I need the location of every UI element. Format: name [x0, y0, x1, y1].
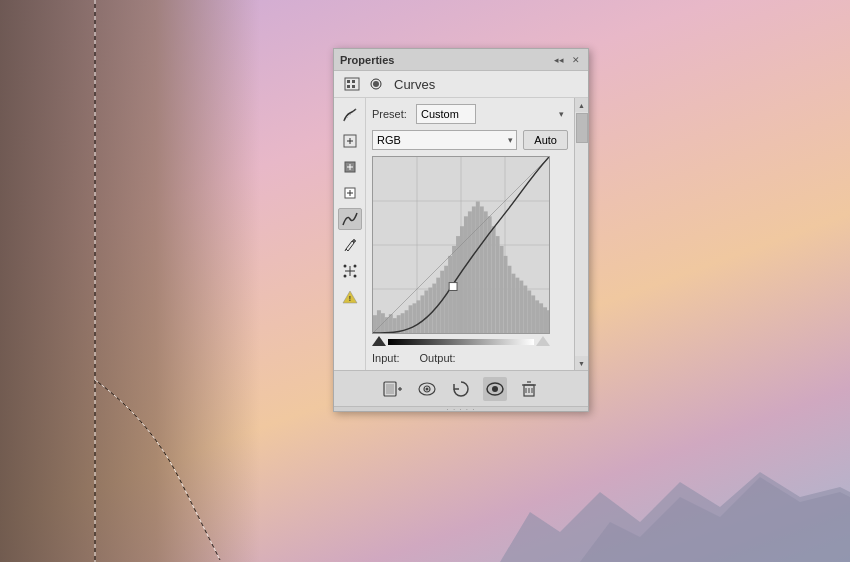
svg-rect-50	[464, 216, 468, 333]
delete-button[interactable]	[517, 377, 541, 401]
preset-row: Preset: Custom	[372, 104, 568, 124]
svg-point-86	[426, 387, 429, 390]
svg-rect-65	[523, 286, 527, 333]
svg-rect-51	[468, 211, 472, 333]
curves-graph[interactable]	[372, 156, 550, 334]
gradient-slider-bar[interactable]	[388, 339, 534, 345]
svg-rect-63	[515, 278, 519, 333]
svg-rect-3	[347, 80, 350, 83]
preset-dropdown-wrapper: Custom	[416, 104, 568, 124]
svg-rect-41	[428, 288, 432, 333]
svg-rect-39	[420, 295, 424, 333]
output-label: Output:	[420, 352, 456, 364]
svg-rect-6	[352, 85, 355, 88]
svg-point-25	[353, 275, 356, 278]
svg-point-23	[353, 265, 356, 268]
svg-rect-81	[386, 384, 394, 394]
close-button[interactable]: ✕	[570, 55, 582, 65]
curves-label: Curves	[394, 77, 435, 92]
svg-rect-79	[449, 283, 457, 291]
svg-rect-68	[535, 300, 539, 333]
preset-select[interactable]: Custom	[416, 104, 476, 124]
panel-section-tabs: Curves	[334, 71, 588, 98]
svg-rect-70	[543, 307, 547, 333]
svg-rect-5	[352, 80, 355, 83]
panel-resize-handle[interactable]: · · · · ·	[334, 406, 588, 411]
svg-rect-71	[547, 310, 549, 333]
svg-rect-66	[527, 290, 531, 333]
history-button[interactable]	[449, 377, 473, 401]
curves-graph-container	[372, 156, 568, 346]
svg-rect-40	[424, 290, 428, 333]
add-mask-button[interactable]	[381, 377, 405, 401]
svg-rect-27	[373, 315, 377, 333]
svg-rect-4	[347, 85, 350, 88]
preset-label: Preset:	[372, 108, 410, 120]
svg-rect-52	[472, 206, 476, 333]
svg-point-8	[373, 81, 379, 87]
svg-rect-60	[504, 256, 508, 333]
svg-rect-45	[444, 266, 448, 333]
curves-content-area: Preset: Custom RGB Auto	[366, 98, 574, 370]
panel-scrollbar: ▲ ▼	[574, 98, 588, 370]
scroll-track[interactable]	[575, 112, 588, 356]
sample-highlights-tool[interactable]	[338, 182, 362, 204]
svg-rect-37	[413, 303, 417, 333]
svg-rect-64	[519, 281, 523, 333]
curves-svg	[373, 157, 549, 333]
svg-point-88	[492, 386, 498, 392]
auto-button[interactable]: Auto	[523, 130, 568, 150]
panel-controls: ◂◂ ✕	[552, 55, 582, 65]
channel-dropdown-wrapper: RGB	[372, 130, 517, 150]
scroll-down-button[interactable]: ▼	[575, 356, 589, 370]
adjustments-tab-icon[interactable]	[342, 75, 362, 93]
grid-tool[interactable]	[338, 260, 362, 282]
svg-rect-62	[511, 274, 515, 333]
input-label: Input:	[372, 352, 400, 364]
svg-rect-55	[484, 211, 488, 333]
scroll-up-button[interactable]: ▲	[575, 98, 589, 112]
visibility-button[interactable]	[415, 377, 439, 401]
pencil-tool[interactable]	[338, 234, 362, 256]
panel-title: Properties	[340, 54, 394, 66]
channel-select[interactable]: RGB	[372, 130, 517, 150]
castle-tower	[0, 0, 260, 562]
svg-rect-67	[531, 295, 535, 333]
svg-rect-46	[448, 256, 452, 333]
io-row: Input: Output:	[372, 352, 568, 364]
svg-rect-59	[500, 246, 504, 333]
panel-titlebar: Properties ◂◂ ✕	[334, 49, 588, 71]
svg-point-22	[343, 265, 346, 268]
svg-text:!: !	[348, 295, 350, 302]
svg-rect-61	[507, 266, 511, 333]
channel-row: RGB Auto	[372, 130, 568, 150]
svg-rect-53	[476, 201, 480, 333]
left-toolbar: !	[334, 98, 366, 370]
sample-midtones-tool[interactable]	[338, 156, 362, 178]
panel-bottom-toolbar	[334, 370, 588, 406]
panel-content: ! Preset: Custom	[334, 98, 588, 370]
svg-rect-32	[393, 318, 397, 333]
svg-rect-2	[345, 78, 359, 90]
svg-rect-57	[492, 226, 496, 333]
white-point-slider[interactable]	[536, 336, 550, 346]
svg-rect-58	[496, 236, 500, 333]
collapse-button[interactable]: ◂◂	[552, 55, 566, 65]
scroll-thumb[interactable]	[576, 113, 588, 143]
smooth-curve-tool[interactable]	[338, 208, 362, 230]
properties-panel: Properties ◂◂ ✕ Curves	[333, 48, 589, 412]
eye-active-button[interactable]	[483, 377, 507, 401]
graph-sliders	[372, 336, 550, 346]
svg-rect-33	[397, 315, 401, 333]
svg-line-19	[345, 249, 346, 251]
svg-rect-28	[377, 310, 381, 333]
curves-adjust-tool[interactable]	[338, 104, 362, 126]
svg-point-24	[343, 275, 346, 278]
sample-shadows-tool[interactable]	[338, 130, 362, 152]
black-point-slider[interactable]	[372, 336, 386, 346]
curves-icon[interactable]	[366, 75, 386, 93]
warning-tool[interactable]: !	[338, 286, 362, 308]
svg-rect-69	[539, 303, 543, 333]
